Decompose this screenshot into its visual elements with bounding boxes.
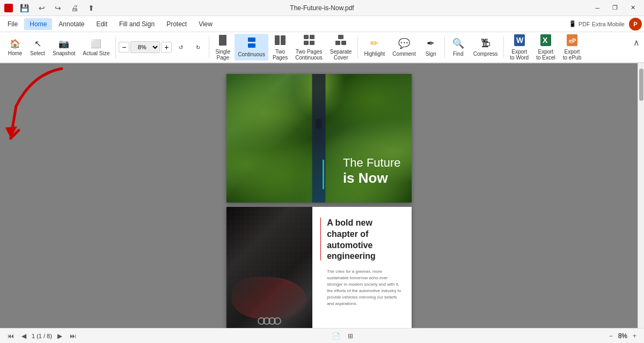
redo-title-btn[interactable]: ↪ [52, 3, 64, 13]
two-pages-icon [274, 34, 286, 47]
separate-cover-btn[interactable]: SeparateCover [327, 34, 355, 61]
compress-btn[interactable]: 🗜 Compress [470, 34, 501, 61]
comment-icon: 💬 [398, 38, 410, 49]
compress-icon: 🗜 [481, 38, 491, 49]
select-btn[interactable]: ↖ Select [27, 34, 48, 61]
svg-rect-6 [310, 35, 314, 39]
single-page-btn[interactable]: SinglePage [212, 34, 233, 61]
svg-rect-1 [248, 38, 255, 42]
menu-home[interactable]: Home [24, 18, 52, 30]
menu-edit[interactable]: Edit [91, 18, 113, 30]
highlight-icon: ✏ [370, 38, 378, 49]
save-title-btn[interactable]: 💾 [17, 3, 32, 13]
svg-rect-0 [219, 35, 226, 46]
fit-page-btn[interactable]: ⊞ [346, 331, 355, 341]
pdf-area[interactable]: The Future is Now [0, 63, 638, 328]
status-right: − 8% + [607, 331, 639, 341]
title-bar: 💾 ↩ ↪ 🖨 ⬆ The-Future-is-Now.pdf ─ ❐ ✕ [0, 0, 644, 16]
svg-text:eP: eP [569, 38, 576, 44]
export-excel-icon: X [540, 34, 551, 47]
export-epub-icon: eP [567, 34, 577, 47]
page-layout-btn[interactable]: 📄 [330, 331, 342, 341]
status-zoom-level: 8% [618, 332, 627, 340]
two-pages-cont-btn[interactable]: Two PagesContinuous [292, 34, 326, 61]
snapshot-icon: 📷 [58, 39, 69, 49]
grid-overlay [226, 207, 312, 284]
svg-text:X: X [543, 36, 548, 44]
rotate-ccw-icon: ↺ [179, 44, 183, 50]
snapshot-btn[interactable]: 📷 Snapshot [49, 34, 78, 61]
two-pages-btn[interactable]: TwoPages [269, 34, 291, 61]
export-word-icon: W [514, 34, 525, 47]
app-icon [4, 4, 13, 12]
scrollbar[interactable] [638, 63, 644, 328]
continuous-btn[interactable]: Continuous [235, 34, 268, 61]
home-icon: 🏠 [10, 39, 20, 49]
two-pages-cont-icon [303, 34, 315, 47]
scroll-thumb[interactable] [639, 69, 643, 101]
close-btn[interactable]: ✕ [626, 3, 640, 12]
status-zoom-out-btn[interactable]: − [607, 331, 615, 341]
page2-content: A bold new chapter of automotive enginee… [312, 207, 412, 328]
zoom-select[interactable]: 8% 25% 50% 75% 100% 150% 200% [130, 41, 160, 53]
svg-rect-11 [341, 41, 346, 45]
teal-accent-line [323, 160, 324, 189]
svg-rect-8 [310, 41, 314, 45]
page-back-btn[interactable]: ◀ [19, 331, 28, 341]
menu-bar: File Home Annotate Edit Fill and Sign Pr… [0, 16, 644, 32]
share-title-btn[interactable]: ⬆ [85, 3, 97, 13]
restore-btn[interactable]: ❐ [608, 3, 622, 12]
page-indicator: 1 (1 / 8) [32, 333, 52, 339]
toolbar: 🏠 Home ↖ Select 📷 Snapshot ⬜ Actual Size… [0, 32, 644, 63]
minimize-btn[interactable]: ─ [591, 4, 604, 12]
status-center: 📄 ⊞ [330, 331, 355, 341]
actual-size-btn[interactable]: ⬜ Actual Size [79, 34, 113, 61]
actual-size-icon: ⬜ [91, 39, 101, 49]
audi-rings [258, 317, 281, 325]
menu-file[interactable]: File [2, 18, 23, 30]
menu-fill-sign[interactable]: Fill and Sign [114, 18, 160, 30]
menu-view[interactable]: View [193, 18, 218, 30]
find-btn[interactable]: 🔍 Find [448, 34, 469, 61]
export-excel-btn[interactable]: X Exportto Excel [533, 34, 559, 61]
status-bar: ⏮ ◀ 1 (1 / 8) ▶ ⏭ 📄 ⊞ − 8% + [0, 328, 644, 343]
export-word-btn[interactable]: W Exportto Word [507, 34, 532, 61]
continuous-icon [246, 37, 257, 50]
status-left: ⏮ ◀ 1 (1 / 8) ▶ ⏭ [5, 331, 78, 341]
menu-protect[interactable]: Protect [161, 18, 192, 30]
pdf-page-2: A bold new chapter of automotive enginee… [226, 207, 412, 328]
ring-4 [274, 317, 281, 325]
print-title-btn[interactable]: 🖨 [68, 3, 81, 13]
svg-rect-5 [304, 35, 309, 39]
sign-btn[interactable]: ✒ Sign [420, 34, 442, 61]
menu-annotate[interactable]: Annotate [53, 18, 90, 30]
pdf-page-1: The Future is Now [226, 74, 412, 203]
next-page-btn[interactable]: ⏭ [68, 331, 78, 341]
separator-2 [209, 36, 209, 58]
highlight-btn[interactable]: ✏ Highlight [361, 34, 388, 61]
toolbar-collapse-btn[interactable]: ∧ [633, 37, 640, 47]
car-background [226, 207, 312, 328]
red-accent-bar [320, 218, 321, 260]
page1-forest-image: The Future is Now [226, 74, 412, 203]
user-avatar[interactable]: P [629, 18, 642, 31]
export-epub-btn[interactable]: eP Exportto ePub [560, 34, 584, 61]
rotate-cw-btn[interactable]: ↻ [190, 34, 206, 61]
sign-icon: ✒ [427, 38, 435, 49]
zoom-in-btn[interactable]: + [161, 42, 172, 53]
home-btn[interactable]: 🏠 Home [4, 34, 26, 61]
page2-car-image [226, 207, 312, 328]
find-icon: 🔍 [452, 38, 464, 49]
zoom-out-btn[interactable]: − [119, 42, 129, 53]
prev-page-btn[interactable]: ⏮ [5, 331, 16, 341]
separate-cover-icon [335, 34, 347, 47]
separator-4 [444, 36, 445, 58]
single-page-icon [217, 34, 228, 47]
phone-icon: 📱 [569, 20, 576, 27]
page-forward-btn[interactable]: ▶ [55, 331, 64, 341]
undo-title-btn[interactable]: ↩ [36, 3, 48, 13]
status-zoom-in-btn[interactable]: + [631, 331, 639, 341]
separator-3 [357, 36, 358, 58]
comment-btn[interactable]: 💬 Comment [389, 34, 419, 61]
rotate-ccw-btn[interactable]: ↺ [173, 34, 189, 61]
